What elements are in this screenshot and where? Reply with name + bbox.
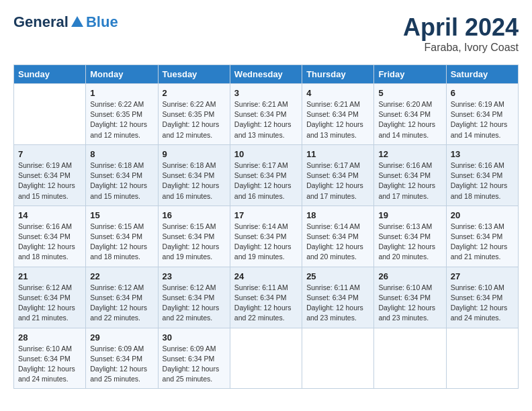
day-number: 24 xyxy=(234,271,298,281)
calendar-cell: 10Sunrise: 6:17 AM Sunset: 6:34 PM Dayli… xyxy=(230,144,302,205)
day-number: 1 xyxy=(90,88,153,98)
day-number: 28 xyxy=(18,332,81,342)
day-info: Sunrise: 6:17 AM Sunset: 6:34 PM Dayligh… xyxy=(234,161,298,201)
day-info: Sunrise: 6:22 AM Sunset: 6:35 PM Dayligh… xyxy=(90,99,153,140)
calendar-cell: 16Sunrise: 6:15 AM Sunset: 6:34 PM Dayli… xyxy=(158,205,230,267)
day-info: Sunrise: 6:13 AM Sunset: 6:34 PM Dayligh… xyxy=(451,222,514,263)
calendar-cell: 5Sunrise: 6:20 AM Sunset: 6:34 PM Daylig… xyxy=(374,84,446,145)
day-number: 3 xyxy=(234,88,298,98)
week-row-2: 7Sunrise: 6:19 AM Sunset: 6:34 PM Daylig… xyxy=(14,144,519,205)
calendar-cell: 18Sunrise: 6:14 AM Sunset: 6:34 PM Dayli… xyxy=(302,205,374,267)
calendar-cell: 20Sunrise: 6:13 AM Sunset: 6:34 PM Dayli… xyxy=(446,205,518,267)
title-block: April 2024 Faraba, Ivory Coast xyxy=(403,13,519,54)
calendar-table: SundayMondayTuesdayWednesdayThursdayFrid… xyxy=(13,64,519,389)
day-number: 16 xyxy=(163,210,226,220)
day-info: Sunrise: 6:19 AM Sunset: 6:34 PM Dayligh… xyxy=(18,161,81,201)
logo-icon xyxy=(70,15,85,30)
calendar-cell: 26Sunrise: 6:10 AM Sunset: 6:34 PM Dayli… xyxy=(374,267,446,328)
day-info: Sunrise: 6:14 AM Sunset: 6:34 PM Dayligh… xyxy=(306,222,369,263)
svg-marker-0 xyxy=(71,16,83,27)
day-info: Sunrise: 6:22 AM Sunset: 6:35 PM Dayligh… xyxy=(163,99,226,140)
day-number: 20 xyxy=(451,210,514,220)
header-day-friday: Friday xyxy=(374,65,446,84)
header-day-sunday: Sunday xyxy=(14,65,86,84)
calendar-cell: 15Sunrise: 6:15 AM Sunset: 6:34 PM Dayli… xyxy=(86,205,158,267)
calendar-cell: 21Sunrise: 6:12 AM Sunset: 6:34 PM Dayli… xyxy=(14,267,86,328)
day-number: 6 xyxy=(451,88,514,98)
calendar-cell: 24Sunrise: 6:11 AM Sunset: 6:34 PM Dayli… xyxy=(230,267,302,328)
header-day-saturday: Saturday xyxy=(446,65,518,84)
calendar-cell: 28Sunrise: 6:10 AM Sunset: 6:34 PM Dayli… xyxy=(14,328,86,389)
calendar-cell: 6Sunrise: 6:19 AM Sunset: 6:34 PM Daylig… xyxy=(446,84,518,145)
day-number: 11 xyxy=(306,149,369,159)
day-number: 7 xyxy=(18,149,81,159)
calendar-cell xyxy=(230,328,302,389)
day-number: 4 xyxy=(306,88,369,98)
calendar-cell: 9Sunrise: 6:18 AM Sunset: 6:34 PM Daylig… xyxy=(158,144,230,205)
calendar-cell: 27Sunrise: 6:10 AM Sunset: 6:34 PM Dayli… xyxy=(446,267,518,328)
calendar-cell: 4Sunrise: 6:21 AM Sunset: 6:34 PM Daylig… xyxy=(302,84,374,145)
day-info: Sunrise: 6:16 AM Sunset: 6:34 PM Dayligh… xyxy=(18,222,81,263)
day-number: 17 xyxy=(234,210,298,220)
calendar-cell xyxy=(302,328,374,389)
day-number: 10 xyxy=(234,149,298,159)
day-info: Sunrise: 6:15 AM Sunset: 6:34 PM Dayligh… xyxy=(90,222,153,263)
day-number: 5 xyxy=(378,88,441,98)
day-info: Sunrise: 6:12 AM Sunset: 6:34 PM Dayligh… xyxy=(90,283,153,324)
header-row: SundayMondayTuesdayWednesdayThursdayFrid… xyxy=(14,65,519,84)
day-info: Sunrise: 6:13 AM Sunset: 6:34 PM Dayligh… xyxy=(378,222,441,263)
logo: General Blue xyxy=(13,13,118,31)
day-number: 21 xyxy=(18,271,81,281)
day-number: 29 xyxy=(90,332,153,342)
header-day-wednesday: Wednesday xyxy=(230,65,302,84)
day-info: Sunrise: 6:10 AM Sunset: 6:34 PM Dayligh… xyxy=(18,344,81,385)
calendar-cell: 23Sunrise: 6:12 AM Sunset: 6:34 PM Dayli… xyxy=(158,267,230,328)
day-number: 25 xyxy=(306,271,369,281)
day-info: Sunrise: 6:12 AM Sunset: 6:34 PM Dayligh… xyxy=(163,283,226,324)
calendar-cell: 22Sunrise: 6:12 AM Sunset: 6:34 PM Dayli… xyxy=(86,267,158,328)
header-day-tuesday: Tuesday xyxy=(158,65,230,84)
day-info: Sunrise: 6:09 AM Sunset: 6:34 PM Dayligh… xyxy=(90,344,153,385)
calendar-cell: 11Sunrise: 6:17 AM Sunset: 6:34 PM Dayli… xyxy=(302,144,374,205)
day-number: 22 xyxy=(90,271,153,281)
day-number: 8 xyxy=(90,149,153,159)
week-row-1: 1Sunrise: 6:22 AM Sunset: 6:35 PM Daylig… xyxy=(14,84,519,145)
calendar-body: 1Sunrise: 6:22 AM Sunset: 6:35 PM Daylig… xyxy=(14,84,519,389)
logo-general-text: General xyxy=(13,13,69,31)
calendar-cell: 14Sunrise: 6:16 AM Sunset: 6:34 PM Dayli… xyxy=(14,205,86,267)
day-number: 27 xyxy=(451,271,514,281)
day-info: Sunrise: 6:11 AM Sunset: 6:34 PM Dayligh… xyxy=(306,283,369,324)
calendar-header: SundayMondayTuesdayWednesdayThursdayFrid… xyxy=(14,65,519,84)
header-day-thursday: Thursday xyxy=(302,65,374,84)
day-info: Sunrise: 6:15 AM Sunset: 6:34 PM Dayligh… xyxy=(163,222,226,263)
calendar-subtitle: Faraba, Ivory Coast xyxy=(403,42,519,54)
calendar-cell: 19Sunrise: 6:13 AM Sunset: 6:34 PM Dayli… xyxy=(374,205,446,267)
day-number: 23 xyxy=(163,271,226,281)
day-info: Sunrise: 6:12 AM Sunset: 6:34 PM Dayligh… xyxy=(18,283,81,324)
calendar-cell: 7Sunrise: 6:19 AM Sunset: 6:34 PM Daylig… xyxy=(14,144,86,205)
day-number: 13 xyxy=(451,149,514,159)
day-number: 26 xyxy=(378,271,441,281)
day-info: Sunrise: 6:16 AM Sunset: 6:34 PM Dayligh… xyxy=(378,161,441,201)
week-row-3: 14Sunrise: 6:16 AM Sunset: 6:34 PM Dayli… xyxy=(14,205,519,267)
day-info: Sunrise: 6:11 AM Sunset: 6:34 PM Dayligh… xyxy=(234,283,298,324)
day-info: Sunrise: 6:21 AM Sunset: 6:34 PM Dayligh… xyxy=(306,99,369,140)
day-number: 18 xyxy=(306,210,369,220)
day-number: 30 xyxy=(163,332,226,342)
calendar-cell: 25Sunrise: 6:11 AM Sunset: 6:34 PM Dayli… xyxy=(302,267,374,328)
day-number: 14 xyxy=(18,210,81,220)
day-number: 9 xyxy=(163,149,226,159)
day-info: Sunrise: 6:14 AM Sunset: 6:34 PM Dayligh… xyxy=(234,222,298,263)
calendar-cell: 2Sunrise: 6:22 AM Sunset: 6:35 PM Daylig… xyxy=(158,84,230,145)
day-info: Sunrise: 6:19 AM Sunset: 6:34 PM Dayligh… xyxy=(451,99,514,140)
day-info: Sunrise: 6:20 AM Sunset: 6:34 PM Dayligh… xyxy=(378,99,441,140)
calendar-cell: 17Sunrise: 6:14 AM Sunset: 6:34 PM Dayli… xyxy=(230,205,302,267)
calendar-cell: 12Sunrise: 6:16 AM Sunset: 6:34 PM Dayli… xyxy=(374,144,446,205)
day-number: 2 xyxy=(163,88,226,98)
day-info: Sunrise: 6:18 AM Sunset: 6:34 PM Dayligh… xyxy=(90,161,153,201)
day-info: Sunrise: 6:18 AM Sunset: 6:34 PM Dayligh… xyxy=(163,161,226,201)
week-row-4: 21Sunrise: 6:12 AM Sunset: 6:34 PM Dayli… xyxy=(14,267,519,328)
calendar-cell: 1Sunrise: 6:22 AM Sunset: 6:35 PM Daylig… xyxy=(86,84,158,145)
week-row-5: 28Sunrise: 6:10 AM Sunset: 6:34 PM Dayli… xyxy=(14,328,519,389)
calendar-cell: 3Sunrise: 6:21 AM Sunset: 6:34 PM Daylig… xyxy=(230,84,302,145)
